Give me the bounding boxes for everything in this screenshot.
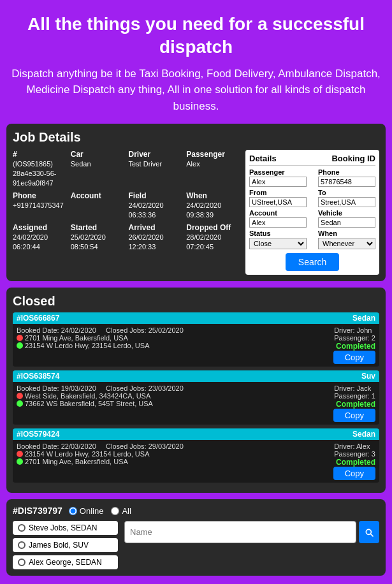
dispatch-id: #DIS739797 [13, 506, 62, 516]
job-col-hash: # (IOS951865) 28a4e330-56-91ec9a0f847 [13, 150, 68, 187]
phone-label: Phone [13, 191, 68, 200]
details-vehicle-input[interactable] [318, 217, 375, 228]
dispatch-search-box [124, 521, 379, 569]
job-col-field: Field 24/02/2020 06:33:36 [129, 191, 184, 219]
job-col-started: Started 25/02/2020 08:50:54 [71, 223, 126, 251]
closed-job-car-2: Sedan [352, 430, 375, 439]
details-account-input[interactable] [249, 217, 307, 228]
job-details-card: Job Details # (IOS951865) 28a4e330-56-91… [6, 124, 386, 281]
job-col-droppedoff: Dropped Off 28/02/2020 07:20:45 [186, 223, 242, 251]
details-from-label: From [249, 189, 307, 196]
dispatch-all-label[interactable]: All [111, 506, 131, 516]
hero-section: All the things you need for a successful… [0, 0, 392, 124]
closed-title: Closed [13, 294, 379, 309]
details-when-label: When [318, 230, 375, 237]
details-panel: Details Booking ID Passenger Phone From [245, 150, 379, 275]
closed-job-dates-2: Booked Date: 22/03/2020 Closed Jobs: 29/… [17, 442, 308, 450]
dispatch-header: #DIS739797 Online All [13, 506, 379, 516]
closed-job-addr2-2: 2701 Ming Ave, Bakersfield, USA [17, 458, 308, 465]
dispatch-name-input[interactable] [124, 521, 356, 543]
job-col-car: Car Sedan [71, 150, 126, 187]
driver-name-1: James Bold, SUV [29, 541, 89, 550]
closed-job-item-2: #IOS579424 Sedan Booked Date: 22/03/2020… [13, 428, 379, 483]
to-dot-icon-1 [17, 400, 23, 407]
assigned-value: 24/02/2020 06:20:44 [13, 233, 48, 251]
field-value: 24/02/2020 06:33:36 [129, 201, 164, 219]
closed-job-car-1: Suv [361, 372, 375, 381]
closed-job-copy-button-0[interactable]: Copy [333, 351, 375, 364]
passenger-label: Passenger [186, 150, 242, 159]
closed-job-addr1-2: 23154 W Lerdo Hwy, 23154 Lerdo, USA [17, 450, 308, 458]
dispatch-online-label[interactable]: Online [69, 506, 104, 516]
from-dot-icon-1 [17, 393, 23, 399]
details-from-input[interactable] [249, 197, 307, 207]
dispatch-body: Steve Jobs, SEDAN James Bold, SUV Alex G… [13, 521, 379, 569]
details-search-button[interactable]: Search [286, 253, 339, 271]
droppedoff-value: 28/02/2020 07:20:45 [186, 233, 221, 251]
closed-job-addr2-0: 23154 W Lerdo Hwy, 23154 Lerdo, USA [17, 342, 308, 349]
arrived-value: 26/02/2020 12:20:33 [129, 233, 164, 251]
closed-job-header-0: #IOS666867 Sedan [13, 312, 379, 324]
dispatch-all-radio[interactable] [111, 507, 119, 515]
hash-label: # [13, 150, 68, 159]
to-dot-icon-0 [17, 342, 23, 349]
details-title: Details [249, 154, 277, 163]
closed-job-addr1-1: West Side, Bakersfield, 343424CA, USA [17, 392, 308, 400]
closed-job-dates-1: Booked Date: 19/03/2020 Closed Jobs: 23/… [17, 384, 308, 392]
from-dot-icon-2 [17, 451, 23, 457]
details-status-label: Status [249, 230, 307, 237]
closed-job-right-2: Driver: Alex Passenger: 3 Completed Copy [312, 442, 375, 480]
closed-job-item-1: #IOS638574 Suv Booked Date: 19/03/2020 C… [13, 370, 379, 425]
details-passenger-input[interactable] [249, 177, 307, 187]
from-dot-icon-0 [17, 335, 23, 341]
closed-job-header-2: #IOS579424 Sedan [13, 428, 379, 440]
details-phone-input[interactable] [318, 177, 375, 187]
closed-job-body-2: Booked Date: 22/03/2020 Closed Jobs: 29/… [13, 440, 379, 483]
closed-job-status-1: Completed [336, 400, 375, 409]
phone-value: +919714375347 [13, 201, 64, 209]
driver-value: Test Driver [129, 160, 163, 168]
job-col-account: Account [71, 191, 126, 219]
closed-card: Closed #IOS666867 Sedan Booked Date: 24/… [6, 288, 386, 493]
dispatch-card: #DIS739797 Online All Steve Jobs, SEDAN … [6, 499, 386, 576]
dispatch-search-button[interactable] [359, 521, 379, 543]
closed-job-dates-0: Booked Date: 24/02/2020 Closed Jobs: 25/… [17, 326, 308, 334]
closed-job-car-0: Sedan [352, 314, 375, 323]
details-status-select[interactable]: Close Open [249, 238, 307, 249]
driver-name-2: Alex George, SEDAN [29, 558, 102, 567]
when-value: 24/02/2020 09:38:39 [186, 201, 221, 219]
arrived-label: Arrived [129, 223, 184, 232]
closed-job-id-1: #IOS638574 [17, 372, 59, 381]
driver-name-0: Steve Jobs, SEDAN [29, 523, 97, 532]
job-details-title: Job Details [13, 130, 379, 145]
closed-job-id-2: #IOS579424 [17, 430, 59, 439]
closed-job-copy-button-2[interactable]: Copy [333, 467, 375, 480]
details-to-input[interactable] [318, 197, 375, 207]
driver-radio-2 [18, 558, 25, 566]
closed-job-info-1: Booked Date: 19/03/2020 Closed Jobs: 23/… [17, 384, 308, 422]
car-value: Sedan [71, 160, 91, 168]
driver-item-0[interactable]: Steve Jobs, SEDAN [13, 521, 118, 535]
dispatch-online-radio[interactable] [69, 507, 77, 515]
closed-job-item-0: #IOS666867 Sedan Booked Date: 24/02/2020… [13, 312, 379, 367]
closed-job-id-0: #IOS666867 [17, 314, 59, 323]
dispatch-radio-group: Online All [69, 506, 131, 516]
closed-job-status-2: Completed [336, 458, 375, 467]
job-col-driver: Driver Test Driver [129, 150, 184, 187]
closed-job-right-0: Driver: John Passenger: 2 Completed Copy [312, 326, 375, 364]
closed-job-info-0: Booked Date: 24/02/2020 Closed Jobs: 25/… [17, 326, 308, 364]
closed-job-driver-0: Driver: John Passenger: 2 [334, 326, 375, 342]
started-value: 25/02/2020 08:50:54 [71, 233, 106, 251]
driver-item-1[interactable]: James Bold, SUV [13, 538, 118, 552]
assigned-label: Assigned [13, 223, 68, 232]
closed-job-copy-button-1[interactable]: Copy [333, 409, 375, 422]
job-details-left: # (IOS951865) 28a4e330-56-91ec9a0f847 Ca… [13, 150, 242, 275]
details-when-select[interactable]: Whenever Now [318, 238, 375, 249]
driver-item-2[interactable]: Alex George, SEDAN [13, 555, 118, 569]
details-to-label: To [318, 189, 375, 196]
driver-label: Driver [129, 150, 184, 159]
hero-description: Dispatch anything be it be Taxi Booking,… [6, 66, 386, 115]
details-vehicle-label: Vehicle [318, 209, 375, 217]
closed-job-addr1-0: 2701 Ming Ave, Bakersfield, USA [17, 334, 308, 342]
details-phone-label: Phone [318, 168, 375, 176]
